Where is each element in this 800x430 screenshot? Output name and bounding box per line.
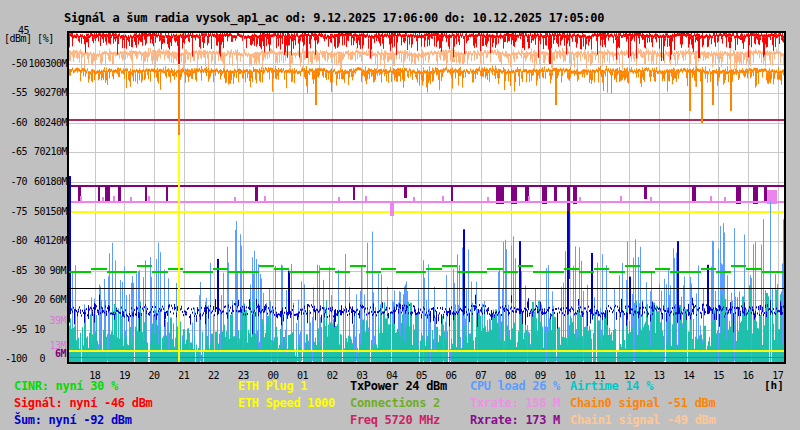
- x-axis-unit-label: [h]: [764, 379, 784, 392]
- x-axis-hour-label: 16: [736, 370, 760, 381]
- y-axis-unit-label: [dBm] [%]: [4, 33, 54, 44]
- legend-cpu-load: CPU load 26 %: [470, 379, 560, 393]
- chart-title: Signál a šum radia vysok_ap1_ac od: 9.12…: [64, 11, 604, 25]
- legend-eth-plug: ETH Plug 1: [238, 379, 307, 393]
- y-axis-row: -6080240M: [0, 118, 66, 128]
- legend-cinr: CINR: nyní 30 %: [14, 379, 118, 393]
- legend-noise: Šum: nyní -92 dBm: [14, 413, 132, 427]
- legend-signal: Signál: nyní -46 dBm: [14, 396, 153, 410]
- legend-connections: Connections 2: [350, 396, 440, 410]
- legend-chain1: Chain1 signal -49 dBm: [570, 413, 715, 427]
- legend-txpower: TxPower 24 dBm: [350, 379, 447, 393]
- legend-eth-speed: ETH Speed 1000: [238, 396, 335, 410]
- x-axis-hour-label: 15: [706, 370, 730, 381]
- y-axis-row: -7550150M: [0, 207, 66, 217]
- y-axis-row: -7060180M: [0, 177, 66, 187]
- legend-freq: Freq 5720 MHz: [350, 413, 440, 427]
- signal-noise-graph: [68, 32, 785, 363]
- legend-airtime: Airtime 14 %: [570, 379, 653, 393]
- legend-chain0: Chain0 signal -51 dBm: [570, 396, 715, 410]
- legend-txrate: Txrate: 158 M: [470, 396, 560, 410]
- y-axis-row: -853090M: [0, 266, 66, 276]
- y-axis-row: -8040120M: [0, 236, 66, 246]
- radio-monitoring-page: { "title": "Signál a šum radia vysok_ap1…: [0, 0, 800, 430]
- x-axis-hour-label: 14: [677, 370, 701, 381]
- y-axis-row: -6570210M: [0, 147, 66, 157]
- y-axis-row: -5590270M: [0, 88, 66, 98]
- legend-rxrate: Rxrate: 173 M: [470, 413, 560, 427]
- y-axis-row: -902060M: [0, 295, 66, 305]
- x-axis-hour-label: 02: [320, 370, 344, 381]
- y-axis-row: -9510: [0, 325, 66, 335]
- rate-marker-label: 6M: [0, 349, 66, 359]
- x-axis-hour-label: 20: [142, 370, 166, 381]
- x-axis-hour-label: 21: [172, 370, 196, 381]
- x-axis-hour-label: 22: [202, 370, 226, 381]
- y-axis-row: -50100300M: [0, 59, 66, 69]
- rate-marker-label: 39M: [0, 316, 66, 326]
